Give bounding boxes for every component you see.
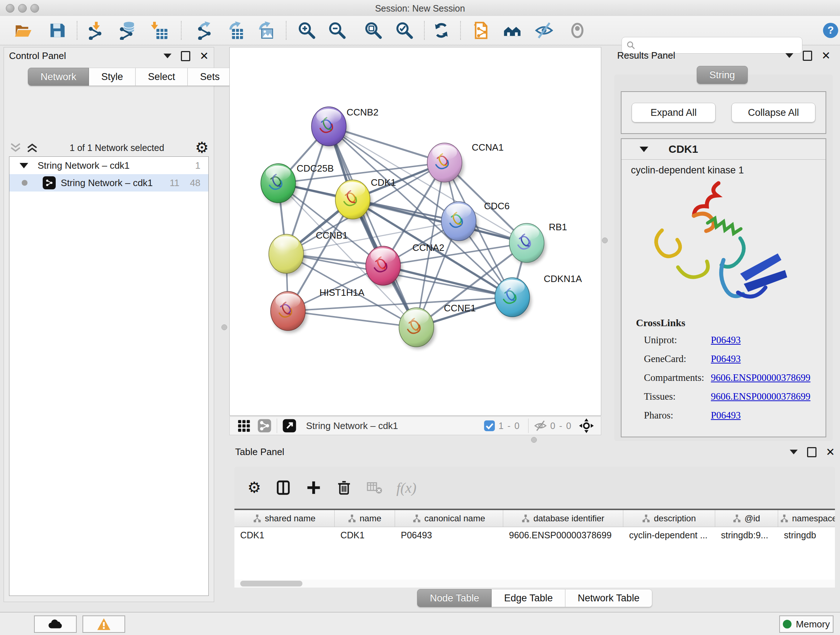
column-header-description[interactable]: description <box>623 510 715 527</box>
import-network-database-icon[interactable] <box>118 21 137 40</box>
zoom-out-icon[interactable] <box>328 21 347 40</box>
network-node-CDKN1A[interactable]: CDKN1A <box>495 273 582 319</box>
toolbar-separator <box>460 21 461 40</box>
network-collection-row[interactable]: String Network – cdk1 1 <box>9 157 208 174</box>
import-table-icon[interactable] <box>150 21 169 40</box>
show-all-icon[interactable] <box>568 21 587 40</box>
table-cell[interactable]: stringdb:9... <box>715 527 778 543</box>
table-cell[interactable]: P06493 <box>395 527 503 543</box>
table-horizontal-scrollbar[interactable] <box>234 580 835 587</box>
tab-sets[interactable]: Sets <box>188 68 232 86</box>
tab-node-table[interactable]: Node Table <box>417 589 492 607</box>
export-table-icon[interactable] <box>226 21 245 40</box>
refresh-icon[interactable] <box>432 21 451 40</box>
zoom-fit-icon[interactable] <box>364 21 383 40</box>
zoom-in-icon[interactable] <box>297 21 316 40</box>
crosslink-value-link[interactable]: P06493 <box>711 334 741 346</box>
table-cell[interactable]: 9606.ENSP00000378699 <box>503 527 623 543</box>
selected-checkbox-icon[interactable] <box>483 420 496 432</box>
tab-edge-table[interactable]: Edge Table <box>492 589 565 607</box>
column-header-sharedname[interactable]: shared name <box>234 510 335 527</box>
string-network-icon <box>43 176 56 189</box>
network-node-CCNE1[interactable]: CCNE1 <box>399 302 476 349</box>
network-row[interactable]: String Network – cdk1 11 48 <box>9 174 208 192</box>
zoom-selected-icon[interactable] <box>395 21 414 40</box>
panel-float-icon[interactable] <box>803 51 812 61</box>
import-network-file-icon[interactable] <box>86 21 105 40</box>
tab-network-table[interactable]: Network Table <box>565 589 652 607</box>
network-node-RB1[interactable]: RB1 <box>509 222 567 264</box>
hide-selected-icon[interactable] <box>535 21 554 40</box>
table-settings-icon[interactable]: ⚙ <box>248 480 261 495</box>
column-label: canonical name <box>424 513 485 524</box>
network-node-CCNA1[interactable]: CCNA1 <box>427 142 504 184</box>
svg-text:?: ? <box>827 24 834 36</box>
share-document-icon[interactable] <box>472 21 491 40</box>
network-edge-CDKN1A-HIST1H1A[interactable] <box>288 297 512 311</box>
table-cell[interactable]: CDK1 <box>234 527 335 543</box>
show-columns-icon[interactable] <box>275 479 292 496</box>
column-header-name[interactable]: name <box>335 510 395 527</box>
tab-style[interactable]: Style <box>89 68 136 86</box>
column-header-id[interactable]: @id <box>715 510 778 527</box>
export-image-icon[interactable] <box>256 21 274 40</box>
vertical-splitter-handle[interactable] <box>221 325 227 330</box>
table-cell[interactable]: cyclin-dependent ... <box>623 527 715 543</box>
network-node-CCNA2[interactable]: CCNA2 <box>366 242 444 287</box>
warning-status-button[interactable] <box>82 616 125 633</box>
tab-string[interactable]: String <box>697 66 748 84</box>
table-cell[interactable]: stringdb <box>778 527 835 543</box>
table-header-row: shared namenamecanonical namedatabase id… <box>234 510 835 527</box>
table-cell[interactable]: CDK1 <box>335 527 395 543</box>
panel-menu-icon[interactable] <box>164 54 172 58</box>
network-options-gear-icon[interactable]: ⚙ <box>195 140 209 155</box>
panel-close-icon[interactable]: ✕ <box>821 52 831 60</box>
node-table[interactable]: shared namenamecanonical namedatabase id… <box>234 509 835 581</box>
column-header-databaseidentifier[interactable]: database identifier <box>503 510 623 527</box>
panel-float-icon[interactable] <box>807 447 816 457</box>
table-row[interactable]: CDK1CDK1P064939606.ENSP00000378699cyclin… <box>234 527 835 543</box>
collapse-all-button[interactable]: Collapse All <box>731 103 815 122</box>
function-builder-icon: f(x) <box>396 479 417 496</box>
cloud-status-button[interactable] <box>34 616 77 633</box>
home-icon[interactable] <box>503 21 522 40</box>
expand-all-button[interactable]: Expand All <box>632 103 715 122</box>
bird-eye-crosshair-icon[interactable] <box>578 418 594 434</box>
collection-expander-icon[interactable] <box>19 163 28 168</box>
network-node-HIST1H1A[interactable]: HIST1H1A <box>271 287 365 333</box>
horizontal-splitter-handle[interactable] <box>531 437 537 443</box>
create-column-icon[interactable] <box>305 479 322 496</box>
title-bar: Session: New Session <box>0 0 840 16</box>
save-session-icon[interactable] <box>48 21 66 40</box>
panel-close-icon[interactable]: ✕ <box>200 52 209 60</box>
network-node-CDK1[interactable]: CDK1 <box>335 177 396 221</box>
crosslink-value-link[interactable]: 9606.ENSP00000378699 <box>711 372 810 383</box>
results-splitter-handle[interactable] <box>602 238 608 243</box>
column-header-canonicalname[interactable]: canonical name <box>395 510 503 527</box>
collapse-all-icon[interactable] <box>9 141 22 154</box>
help-button[interactable]: ? <box>822 22 839 39</box>
crosslink-value-link[interactable]: P06493 <box>711 410 741 421</box>
crosslink-value-link[interactable]: P06493 <box>711 353 741 364</box>
open-in-window-icon[interactable] <box>282 418 297 433</box>
panel-float-icon[interactable] <box>181 51 190 61</box>
open-session-icon[interactable] <box>14 21 33 40</box>
memory-button[interactable]: Memory <box>779 616 834 633</box>
panel-menu-icon[interactable] <box>785 53 793 58</box>
panel-menu-icon[interactable] <box>790 450 798 454</box>
network-edge-HIST1H1A-CCNE1[interactable] <box>288 311 416 327</box>
delete-columns-icon[interactable] <box>336 479 352 496</box>
grid-view-icon[interactable] <box>237 419 251 432</box>
network-share-icon[interactable] <box>257 418 272 433</box>
crosslink-value-link[interactable]: 9606.ENSP00000378699 <box>711 391 810 402</box>
column-header-namespace[interactable]: namespace <box>778 510 835 527</box>
hidden-eye-icon[interactable] <box>534 419 547 432</box>
tab-network[interactable]: Network <box>28 68 89 86</box>
tab-select[interactable]: Select <box>136 68 188 86</box>
export-network-icon[interactable] <box>195 21 214 40</box>
panel-close-icon[interactable]: ✕ <box>826 448 835 456</box>
network-canvas[interactable]: CCNB2 CCNA1 CDC25B CDK1 CDC6 RB1 CCNB1 C… <box>229 47 601 416</box>
entry-expander-icon[interactable] <box>639 147 648 152</box>
expand-all-icon[interactable] <box>26 141 39 154</box>
scrollbar-thumb[interactable] <box>240 581 302 586</box>
